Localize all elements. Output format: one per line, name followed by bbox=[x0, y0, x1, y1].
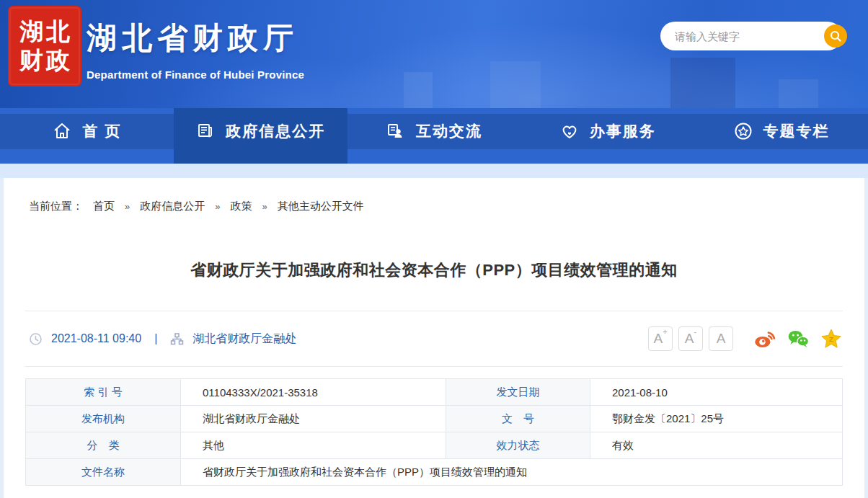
index-number-label: 索 引 号 bbox=[26, 379, 181, 406]
index-number-value: 01104333X/2021-35318 bbox=[181, 379, 446, 406]
heart-icon bbox=[559, 121, 580, 141]
nav-label-gov-info: 政府信息公开 bbox=[226, 121, 325, 141]
table-row: 分 类 其他 效力状态 有效 bbox=[26, 432, 843, 459]
article-source: 湖北省财政厅金融处 bbox=[192, 332, 296, 347]
font-decrease-button[interactable]: A- bbox=[678, 326, 703, 351]
font-increase-button[interactable]: A+ bbox=[648, 326, 673, 351]
qzone-share-icon[interactable]: Z bbox=[820, 327, 843, 350]
document-number-value: 鄂财金发〔2021〕25号 bbox=[590, 406, 843, 432]
document-number-label: 文 号 bbox=[446, 406, 590, 432]
article-meta-right: A+ A- A bbox=[648, 326, 843, 351]
breadcrumb-separator: » bbox=[215, 201, 220, 212]
site-logo-seal[interactable]: 湖北 财政 bbox=[9, 7, 80, 85]
nav-label-interaction: 互动交流 bbox=[416, 121, 482, 141]
breadcrumb-item-policy[interactable]: 政策 bbox=[230, 200, 252, 213]
document-icon bbox=[195, 121, 216, 141]
font-reset-button[interactable]: A bbox=[709, 326, 733, 351]
breadcrumb-label: 当前位置： bbox=[29, 200, 83, 213]
content-card: 当前位置： 首页 » 政府信息公开 » 政策 » 其他主动公开文件 省财政厅关于… bbox=[4, 178, 864, 498]
site-title-block: 湖北省财政厅 Department of Finance of Hubei Pr… bbox=[87, 18, 304, 81]
site-subtitle: Department of Finance of Hubei Province bbox=[87, 68, 304, 81]
issuing-agency-value: 湖北省财政厅金融处 bbox=[181, 406, 446, 432]
category-value: 其他 bbox=[181, 432, 446, 459]
nav-label-home: 首 页 bbox=[82, 121, 121, 141]
nav-label-services: 办事服务 bbox=[590, 121, 656, 141]
search-input[interactable] bbox=[660, 30, 824, 43]
validity-status-value: 有效 bbox=[590, 432, 843, 459]
site-title: 湖北省财政厅 bbox=[87, 18, 304, 58]
search-icon bbox=[829, 30, 842, 43]
publish-time: 2021-08-11 09:40 bbox=[51, 332, 141, 345]
svg-text:Z: Z bbox=[829, 335, 833, 343]
nav-item-services[interactable]: 办事服务 bbox=[521, 108, 694, 164]
nav-item-special-columns[interactable]: 专题专栏 bbox=[694, 108, 868, 164]
issue-date-value: 2021-08-10 bbox=[590, 379, 843, 406]
weibo-share-icon[interactable] bbox=[753, 327, 776, 350]
nav-item-interaction[interactable]: 互动交流 bbox=[347, 108, 521, 164]
table-row: 文件名称 省财政厅关于加强政府和社会资本合作（PPP）项目绩效管理的通知 bbox=[26, 459, 843, 486]
breadcrumb-item-other-docs[interactable]: 其他主动公开文件 bbox=[278, 200, 364, 213]
issue-date-label: 发文日期 bbox=[446, 379, 590, 406]
search-button[interactable] bbox=[824, 25, 847, 48]
article-title: 省财政厅关于加强政府和社会资本合作（PPP）项目绩效管理的通知 bbox=[25, 259, 843, 281]
clock-icon bbox=[29, 332, 43, 346]
category-label: 分 类 bbox=[26, 432, 181, 459]
breadcrumb-item-gov-info[interactable]: 政府信息公开 bbox=[140, 200, 205, 213]
breadcrumb-separator: » bbox=[125, 201, 130, 212]
nav-label-special-columns: 专题专栏 bbox=[763, 121, 830, 141]
interaction-icon bbox=[386, 121, 406, 141]
document-name-value: 省财政厅关于加强政府和社会资本合作（PPP）项目绩效管理的通知 bbox=[181, 459, 843, 486]
org-chart-icon bbox=[170, 332, 184, 346]
issuing-agency-label: 发布机构 bbox=[26, 406, 181, 432]
site-header: 湖北 财政 湖北省财政厅 Department of Finance of Hu… bbox=[0, 0, 868, 108]
main-nav: 首 页 政府信息公开 互动交流 bbox=[0, 108, 868, 164]
document-name-label: 文件名称 bbox=[26, 459, 181, 486]
validity-status-label: 效力状态 bbox=[446, 432, 590, 459]
wechat-share-icon[interactable] bbox=[787, 327, 810, 350]
table-row: 索 引 号 01104333X/2021-35318 发文日期 2021-08-… bbox=[26, 379, 843, 406]
document-info-table: 索 引 号 01104333X/2021-35318 发文日期 2021-08-… bbox=[25, 378, 843, 486]
article-meta-row: 2021-08-11 09:40 | 湖北省财政厅金融处 A+ A- A bbox=[25, 311, 843, 367]
breadcrumb: 当前位置： 首页 » 政府信息公开 » 政策 » 其他主动公开文件 bbox=[25, 178, 843, 213]
nav-item-home[interactable]: 首 页 bbox=[0, 108, 174, 164]
article-meta-left: 2021-08-11 09:40 | 湖北省财政厅金融处 bbox=[25, 332, 296, 347]
table-row: 发布机构 湖北省财政厅金融处 文 号 鄂财金发〔2021〕25号 bbox=[26, 406, 843, 432]
breadcrumb-item-home[interactable]: 首页 bbox=[93, 200, 115, 213]
seal-text-line2: 财政 bbox=[17, 46, 73, 75]
search-box bbox=[660, 22, 842, 50]
seal-text-line1: 湖北 bbox=[17, 17, 73, 46]
breadcrumb-separator: » bbox=[262, 201, 267, 212]
nav-item-gov-info[interactable]: 政府信息公开 bbox=[174, 108, 347, 164]
font-size-controls: A+ A- A bbox=[648, 326, 733, 351]
header-bottom-strip bbox=[0, 164, 868, 178]
meta-separator: | bbox=[154, 332, 157, 345]
star-circle-icon bbox=[733, 121, 753, 141]
home-icon bbox=[52, 121, 72, 141]
